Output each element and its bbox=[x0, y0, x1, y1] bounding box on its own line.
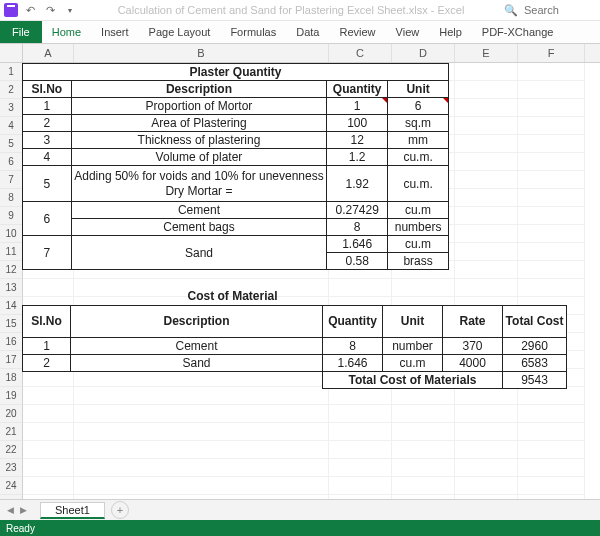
cell[interactable] bbox=[329, 423, 392, 441]
save-icon[interactable] bbox=[4, 3, 18, 17]
cell[interactable] bbox=[392, 423, 455, 441]
redo-button[interactable]: ↷ bbox=[42, 2, 58, 18]
ribbon-tab-insert[interactable]: Insert bbox=[91, 21, 139, 43]
cell[interactable] bbox=[518, 477, 585, 495]
col-header-b[interactable]: B bbox=[74, 44, 329, 62]
t1-h-qty: Quantity bbox=[327, 81, 388, 98]
cell[interactable] bbox=[455, 405, 518, 423]
total-value[interactable]: 9543 bbox=[503, 371, 567, 388]
cell[interactable] bbox=[392, 477, 455, 495]
row-header[interactable]: 10 bbox=[0, 225, 23, 243]
row-header[interactable]: 12 bbox=[0, 261, 23, 279]
cell[interactable] bbox=[455, 423, 518, 441]
cell[interactable] bbox=[392, 405, 455, 423]
row-header[interactable]: 14 bbox=[0, 297, 23, 315]
chevron-left-icon[interactable]: ◀ bbox=[4, 505, 17, 515]
row-header[interactable]: 13 bbox=[0, 279, 23, 297]
grid[interactable]: 1234567891011121314151617181920212223242… bbox=[0, 63, 600, 513]
cell[interactable] bbox=[74, 441, 329, 459]
cell[interactable] bbox=[518, 423, 585, 441]
row-header[interactable]: 17 bbox=[0, 351, 23, 369]
row-header[interactable]: 3 bbox=[0, 99, 23, 117]
col-header-a[interactable]: A bbox=[23, 44, 74, 62]
ribbon-tab-page-layout[interactable]: Page Layout bbox=[139, 21, 221, 43]
qat-dropdown[interactable]: ▾ bbox=[62, 2, 78, 18]
row-header[interactable]: 1 bbox=[0, 63, 23, 81]
cell[interactable] bbox=[329, 459, 392, 477]
table-row: 7 Sand 1.646 cu.m bbox=[23, 236, 449, 253]
ribbon-tab-home[interactable]: Home bbox=[42, 21, 91, 43]
ribbon-tab-data[interactable]: Data bbox=[286, 21, 329, 43]
cell[interactable] bbox=[23, 459, 74, 477]
row-header[interactable]: 15 bbox=[0, 315, 23, 333]
cell[interactable] bbox=[74, 423, 329, 441]
row-header[interactable]: 9 bbox=[0, 207, 23, 225]
sheet-tab[interactable]: Sheet1 bbox=[40, 502, 105, 519]
row-header[interactable]: 18 bbox=[0, 369, 23, 387]
cell[interactable] bbox=[329, 441, 392, 459]
chevron-right-icon[interactable]: ▶ bbox=[17, 505, 30, 515]
cell[interactable] bbox=[23, 477, 74, 495]
row-header[interactable]: 7 bbox=[0, 171, 23, 189]
cell[interactable] bbox=[329, 387, 392, 405]
row-header[interactable]: 8 bbox=[0, 189, 23, 207]
select-all-corner[interactable] bbox=[0, 44, 23, 62]
table1-title: Plaster Quantity bbox=[23, 64, 449, 81]
ribbon-file[interactable]: File bbox=[0, 21, 42, 43]
cell[interactable] bbox=[329, 477, 392, 495]
tab-nav-arrows[interactable]: ◀ ▶ bbox=[0, 505, 34, 515]
cell[interactable] bbox=[74, 477, 329, 495]
col-header-c[interactable]: C bbox=[329, 44, 392, 62]
ribbon-tab-review[interactable]: Review bbox=[329, 21, 385, 43]
cell[interactable] bbox=[518, 387, 585, 405]
cell[interactable] bbox=[392, 441, 455, 459]
col-header-d[interactable]: D bbox=[392, 44, 455, 62]
cell[interactable] bbox=[23, 387, 74, 405]
ribbon-tab-pdfxchange[interactable]: PDF-XChange bbox=[472, 21, 564, 43]
cell[interactable] bbox=[329, 405, 392, 423]
t2-h-rate: Rate bbox=[443, 305, 503, 337]
col-header-e[interactable]: E bbox=[455, 44, 518, 62]
sheet-tab-bar: ◀ ▶ Sheet1 + bbox=[0, 499, 600, 520]
ribbon-tabs: File Home Insert Page Layout Formulas Da… bbox=[0, 21, 600, 44]
row-header[interactable]: 21 bbox=[0, 423, 23, 441]
cell[interactable] bbox=[392, 459, 455, 477]
table-row: 2 Sand 1.646 cu.m 4000 6583 bbox=[23, 354, 567, 371]
table-row: 1 Cement 8 number 370 2960 bbox=[23, 337, 567, 354]
cell[interactable] bbox=[455, 459, 518, 477]
cell[interactable] bbox=[455, 387, 518, 405]
row-header[interactable]: 23 bbox=[0, 459, 23, 477]
ribbon-tab-view[interactable]: View bbox=[386, 21, 430, 43]
row-header[interactable]: 19 bbox=[0, 387, 23, 405]
row-header[interactable]: 6 bbox=[0, 153, 23, 171]
status-bar: Ready bbox=[0, 520, 600, 536]
row-header[interactable]: 11 bbox=[0, 243, 23, 261]
cell[interactable] bbox=[392, 387, 455, 405]
cell[interactable] bbox=[74, 405, 329, 423]
undo-button[interactable]: ↶ bbox=[22, 2, 38, 18]
search-input[interactable] bbox=[522, 3, 596, 17]
ribbon-tab-formulas[interactable]: Formulas bbox=[220, 21, 286, 43]
row-header[interactable]: 24 bbox=[0, 477, 23, 495]
col-header-f[interactable]: F bbox=[518, 44, 585, 62]
ribbon-tab-help[interactable]: Help bbox=[429, 21, 472, 43]
row-header[interactable]: 22 bbox=[0, 441, 23, 459]
table-row: Cement bags 8 numbers bbox=[23, 219, 449, 236]
cell[interactable] bbox=[455, 441, 518, 459]
cell[interactable] bbox=[74, 387, 329, 405]
row-header[interactable]: 5 bbox=[0, 135, 23, 153]
row-header[interactable]: 20 bbox=[0, 405, 23, 423]
cell[interactable] bbox=[518, 459, 585, 477]
cell[interactable] bbox=[23, 405, 74, 423]
cell[interactable] bbox=[23, 423, 74, 441]
row-header[interactable]: 4 bbox=[0, 117, 23, 135]
cell[interactable] bbox=[455, 477, 518, 495]
row-header[interactable]: 2 bbox=[0, 81, 23, 99]
cell[interactable] bbox=[23, 441, 74, 459]
cell[interactable] bbox=[518, 441, 585, 459]
add-sheet-button[interactable]: + bbox=[111, 501, 129, 519]
t1-h-desc: Description bbox=[71, 81, 327, 98]
cell[interactable] bbox=[74, 459, 329, 477]
cell[interactable] bbox=[518, 405, 585, 423]
row-header[interactable]: 16 bbox=[0, 333, 23, 351]
